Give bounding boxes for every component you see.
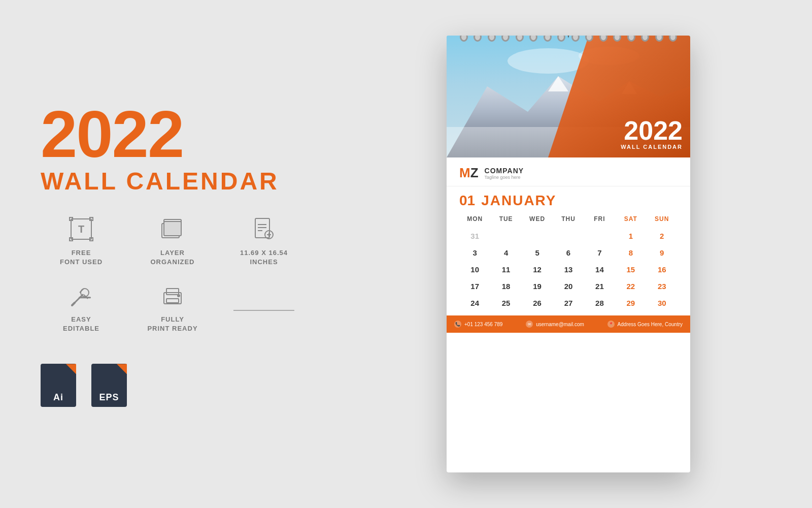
day-21: 21: [584, 278, 615, 295]
tools-icon: [67, 282, 95, 310]
text-icon: T: [67, 215, 95, 243]
spiral-loop: [544, 36, 552, 42]
day-25: 25: [490, 295, 521, 311]
spiral-loop: [488, 36, 496, 42]
phone-text: +01 123 456 789: [464, 322, 502, 327]
day-22: 22: [615, 278, 646, 295]
header-fri: FRI: [584, 213, 615, 225]
company-tagline: Tagline goes here: [485, 175, 524, 180]
spiral-loop: [655, 36, 663, 42]
file-icons: Ai EPS: [41, 364, 304, 407]
print-icon: [159, 282, 187, 310]
spiral-loop: [501, 36, 510, 42]
features-grid: T FREEFONT USED LAYERORGANIZED: [41, 215, 304, 334]
header-mon: MON: [459, 213, 490, 225]
eps-file-icon: EPS: [91, 364, 127, 407]
spiral-loop: [529, 36, 537, 42]
day-4: 4: [490, 244, 521, 261]
calendar-footer: 📞 +01 123 456 789 ✉ username@mail.com 📍 …: [447, 315, 690, 333]
calendar-days-grid: 31 - - - - 1 2 3 4 5 6 7 8 9 10 11 12 13: [459, 228, 678, 311]
month-number: 01: [459, 193, 475, 209]
email-icon: ✉: [526, 321, 533, 328]
day-27: 27: [553, 295, 584, 311]
left-panel: 2022 WALL CALENDAR T FREEFONT USED: [0, 0, 345, 508]
day-31-prev: 31: [459, 228, 490, 244]
editable-label: EASYEDITABLE: [63, 315, 99, 333]
svg-point-27: [507, 48, 589, 74]
day-10: 10: [459, 261, 490, 278]
day-19: 19: [522, 278, 553, 295]
print-label: FULLYPRINT READY: [147, 315, 197, 333]
svg-line-18: [72, 303, 75, 305]
header-thu: THU: [553, 213, 584, 225]
feature-print: FULLYPRINT READY: [132, 282, 213, 333]
calendar-mockup: 2022 WALL CALENDAR MZ COMPANY Tagline go…: [447, 36, 690, 472]
layer-label: LAYERORGANIZED: [151, 248, 195, 267]
location-icon: 📍: [607, 321, 615, 328]
feature-free-font: T FREEFONT USED: [41, 215, 122, 267]
feature-editable: EASYEDITABLE: [41, 282, 122, 333]
day-26: 26: [522, 295, 553, 311]
spiral-loop: [473, 36, 482, 42]
overlay-year: 2022: [624, 117, 683, 144]
month-name: JANUARY: [481, 193, 556, 209]
svg-rect-24: [166, 299, 179, 303]
spiral-loop: [460, 36, 468, 42]
day-headers-row: MON TUE WED THU FRI SAT SUN: [459, 213, 678, 225]
svg-line-19: [80, 289, 84, 293]
day-5: 5: [522, 244, 553, 261]
calendar-company-header: MZ COMPANY Tagline goes here: [447, 157, 690, 186]
spiral-loop: [669, 36, 677, 42]
phone-icon: 📞: [454, 321, 461, 328]
footer-address: 📍 Address Goes Here, Country: [607, 321, 683, 328]
day-empty: -: [522, 228, 553, 244]
calendar-grid: MON TUE WED THU FRI SAT SUN 31 - - - - 1…: [447, 213, 690, 311]
day-24: 24: [459, 295, 490, 311]
ai-file-icon: Ai: [41, 364, 76, 407]
address-text: Address Goes Here, Country: [618, 322, 683, 327]
divider-line: [233, 310, 294, 311]
header-sat: SAT: [615, 213, 646, 225]
ai-corner: [66, 364, 76, 374]
calendar-photo: 2022 WALL CALENDAR: [447, 36, 690, 157]
spiral-loop: [599, 36, 607, 42]
feature-layer: LAYERORGANIZED: [132, 215, 213, 267]
header-wed: WED: [522, 213, 553, 225]
layers-icon: [159, 215, 187, 243]
product-title: WALL CALENDAR: [41, 167, 304, 195]
overlay-subtitle: WALL CALENDAR: [621, 144, 683, 150]
day-30: 30: [647, 295, 678, 311]
day-empty: -: [490, 228, 521, 244]
day-9: 9: [647, 244, 678, 261]
day-8: 8: [615, 244, 646, 261]
calendar-year-overlay: 2022 WALL CALENDAR: [589, 36, 690, 157]
spiral-loop: [571, 36, 580, 42]
header-tue: TUE: [490, 213, 521, 225]
day-11: 11: [490, 261, 521, 278]
eps-corner: [117, 364, 127, 374]
svg-text:T: T: [78, 224, 84, 235]
free-font-label: FREEFONT USED: [60, 248, 103, 267]
day-2: 2: [647, 228, 678, 244]
company-info: COMPANY Tagline goes here: [485, 167, 524, 180]
footer-phone: 📞 +01 123 456 789: [454, 321, 502, 328]
spiral-loop: [585, 36, 593, 42]
spiral-loop: [627, 36, 635, 42]
header-sun: SUN: [647, 213, 678, 225]
day-14: 14: [584, 261, 615, 278]
divider-item: [223, 282, 304, 333]
day-7: 7: [584, 244, 615, 261]
day-1: 1: [615, 228, 646, 244]
spiral-loop: [516, 36, 524, 42]
spiral-loop: [613, 36, 621, 42]
spiral-loop: [557, 36, 565, 42]
svg-rect-8: [164, 221, 181, 236]
footer-email: ✉ username@mail.com: [526, 321, 584, 328]
day-empty: -: [584, 228, 615, 244]
day-3: 3: [459, 244, 490, 261]
day-20: 20: [553, 278, 584, 295]
size-label: 11.69 X 16.54INCHES: [240, 248, 288, 267]
spiral-loop: [641, 36, 649, 42]
day-6: 6: [553, 244, 584, 261]
logo-letters: MZ: [459, 165, 479, 181]
